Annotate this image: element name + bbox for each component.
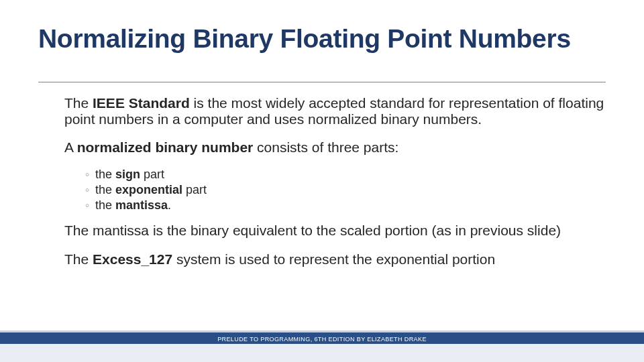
list-item-sign: ◦the sign part — [64, 168, 608, 182]
paragraph-ieee: The IEEE Standard is the most widely acc… — [64, 95, 608, 127]
paragraph-excess127: The Excess_127 system is used to represe… — [64, 251, 608, 267]
title-rule — [38, 82, 606, 82]
list-item-exponential: ◦the exponential part — [64, 183, 608, 197]
footer-text: PRELUDE TO PROGRAMMING, 6TH EDITION BY E… — [0, 336, 644, 343]
paragraph-normalized: A normalized binary number consists of t… — [64, 139, 608, 156]
list-item-mantissa: ◦the mantissa. — [64, 198, 608, 213]
slide-body: The IEEE Standard is the most widely acc… — [64, 95, 608, 280]
bullet-icon: ◦ — [83, 168, 91, 182]
slide-title: Normalizing Binary Floating Point Number… — [38, 24, 571, 54]
slide: Normalizing Binary Floating Point Number… — [0, 0, 644, 362]
bullet-icon: ◦ — [83, 183, 91, 197]
paragraph-mantissa: The mantissa is the binary equivalent to… — [64, 223, 608, 239]
bullet-icon: ◦ — [83, 198, 91, 213]
